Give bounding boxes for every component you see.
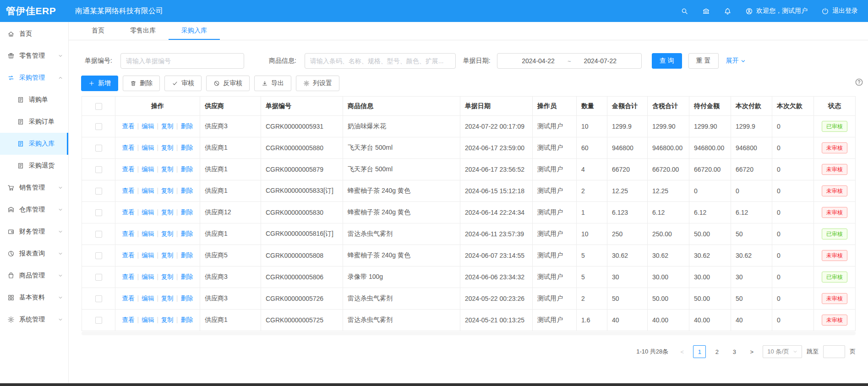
sidebar-item-goods-mgmt[interactable]: 商品管理: [0, 265, 68, 287]
edit-link[interactable]: 编辑: [142, 144, 154, 151]
row-checkbox[interactable]: [95, 317, 102, 324]
audit-button[interactable]: 审核: [164, 76, 202, 91]
view-link[interactable]: 查看: [122, 316, 135, 323]
sidebar-item-purchase-inbound[interactable]: 采购入库: [0, 133, 68, 155]
sidebar-item-report-query[interactable]: 报表查询: [0, 243, 68, 265]
view-link[interactable]: 查看: [122, 230, 135, 237]
delete-link[interactable]: 删除: [180, 187, 193, 194]
edit-link[interactable]: 编辑: [142, 166, 154, 173]
reset-button[interactable]: 重 置: [688, 53, 719, 69]
jump-page-input[interactable]: [823, 345, 845, 358]
page-size-select[interactable]: 10 条/页: [763, 345, 802, 358]
sidebar-item-purchase-return[interactable]: 采购退货: [0, 155, 68, 177]
delete-link[interactable]: 删除: [180, 295, 193, 302]
sidebar-item-purchase-mgmt[interactable]: 采购管理: [0, 67, 68, 89]
user-menu[interactable]: 欢迎您，测试用户: [745, 7, 808, 15]
page-button-3[interactable]: 3: [728, 345, 741, 358]
bank-icon[interactable]: [702, 7, 710, 15]
delete-link[interactable]: 删除: [180, 166, 193, 173]
sidebar-item-basic-data[interactable]: 基本资料: [0, 287, 68, 309]
row-checkbox[interactable]: [95, 295, 102, 302]
page-button-2[interactable]: 2: [710, 345, 723, 358]
sidebar-item-purchase-request[interactable]: 请购单: [0, 89, 68, 111]
sidebar-item-system-mgmt[interactable]: 系统管理: [0, 309, 68, 331]
row-checkbox[interactable]: [95, 123, 102, 130]
expand-label: 展开: [726, 57, 739, 65]
question-circle-icon[interactable]: [855, 78, 863, 88]
delete-link[interactable]: 删除: [180, 316, 193, 323]
search-button[interactable]: 查 询: [652, 53, 682, 69]
row-checkbox[interactable]: [95, 145, 102, 152]
delete-link[interactable]: 删除: [180, 230, 193, 237]
prev-page-button[interactable]: <: [676, 345, 688, 358]
view-link[interactable]: 查看: [122, 144, 135, 151]
view-link[interactable]: 查看: [122, 123, 135, 130]
view-link[interactable]: 查看: [122, 187, 135, 194]
copy-link[interactable]: 复制: [161, 230, 174, 237]
row-checkbox[interactable]: [95, 166, 102, 173]
row-actions: 查看|编辑|复制|删除: [115, 288, 200, 310]
copy-link[interactable]: 复制: [161, 295, 174, 302]
sidebar-item-finance-mgmt[interactable]: 财务管理: [0, 221, 68, 243]
view-link[interactable]: 查看: [122, 273, 135, 280]
row-checkbox[interactable]: [95, 231, 102, 238]
add-button[interactable]: 新增: [81, 76, 118, 91]
edit-link[interactable]: 编辑: [142, 230, 154, 237]
search-icon[interactable]: [681, 7, 688, 15]
view-link[interactable]: 查看: [122, 295, 135, 302]
select-all-checkbox[interactable]: [95, 103, 102, 110]
bell-icon[interactable]: [724, 7, 732, 15]
row-checkbox[interactable]: [95, 252, 102, 259]
goods-info-input[interactable]: [305, 53, 456, 69]
page-button-1[interactable]: 1: [693, 345, 706, 358]
delete-button[interactable]: 删除: [123, 76, 160, 91]
export-button[interactable]: 导出: [254, 76, 291, 91]
row-select-cell: [82, 137, 115, 159]
horizontal-scrollbar[interactable]: [82, 332, 856, 335]
tab-retail-outbound[interactable]: 零售出库: [117, 22, 169, 40]
sidebar-item-sales-mgmt[interactable]: 销售管理: [0, 177, 68, 199]
copy-link[interactable]: 复制: [161, 144, 174, 151]
copy-link[interactable]: 复制: [161, 123, 174, 130]
doc-no-input[interactable]: [120, 53, 244, 69]
edit-link[interactable]: 编辑: [142, 316, 154, 323]
copy-link[interactable]: 复制: [161, 252, 174, 259]
copy-link[interactable]: 复制: [161, 209, 174, 216]
delete-link[interactable]: 删除: [180, 123, 193, 130]
edit-link[interactable]: 编辑: [142, 187, 154, 194]
chevron-down-icon: [58, 207, 63, 212]
logout-button[interactable]: 退出登录: [821, 7, 858, 15]
delete-link[interactable]: 删除: [180, 252, 193, 259]
edit-link[interactable]: 编辑: [142, 252, 154, 259]
row-checkbox[interactable]: [95, 209, 102, 216]
edit-link[interactable]: 编辑: [142, 209, 154, 216]
view-link[interactable]: 查看: [122, 209, 135, 216]
column-settings-button[interactable]: 列设置: [296, 76, 339, 91]
copy-link[interactable]: 复制: [161, 166, 174, 173]
next-page-button[interactable]: >: [745, 345, 758, 358]
row-checkbox[interactable]: [95, 274, 102, 281]
date-to[interactable]: 2024-07-22: [584, 57, 617, 65]
edit-link[interactable]: 编辑: [142, 273, 154, 280]
row-checkbox[interactable]: [95, 188, 102, 195]
date-from[interactable]: 2024-04-22: [522, 57, 555, 65]
sidebar-item-retail-mgmt[interactable]: 零售管理: [0, 45, 68, 67]
view-link[interactable]: 查看: [122, 252, 135, 259]
tab-purchase-inbound[interactable]: 采购入库: [169, 22, 220, 40]
copy-link[interactable]: 复制: [161, 316, 174, 323]
delete-link[interactable]: 删除: [180, 144, 193, 151]
delete-link[interactable]: 删除: [180, 273, 193, 280]
sidebar-item-warehouse-mgmt[interactable]: 仓库管理: [0, 199, 68, 221]
view-link[interactable]: 查看: [122, 166, 135, 173]
sidebar-item-home[interactable]: 首页: [0, 23, 68, 45]
tab-home[interactable]: 首页: [79, 22, 117, 40]
edit-link[interactable]: 编辑: [142, 295, 154, 302]
delete-link[interactable]: 删除: [180, 209, 193, 216]
date-range-input[interactable]: 2024-04-22 ~ 2024-07-22: [497, 53, 642, 69]
edit-link[interactable]: 编辑: [142, 123, 154, 130]
unaudit-button[interactable]: 反审核: [206, 76, 250, 91]
copy-link[interactable]: 复制: [161, 273, 174, 280]
sidebar-item-purchase-order[interactable]: 采购订单: [0, 111, 68, 133]
copy-link[interactable]: 复制: [161, 187, 174, 194]
expand-toggle[interactable]: 展开: [726, 57, 746, 65]
